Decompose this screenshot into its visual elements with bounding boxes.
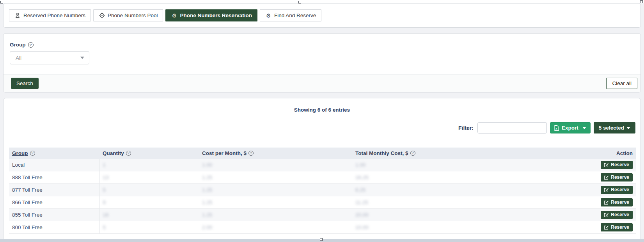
filter-label: Filter: <box>458 125 474 131</box>
edit-square-icon <box>604 162 609 167</box>
groups-table: Group? Quantity? Cost per Month, $? Tota… <box>9 148 636 234</box>
table-row: 855 Toll Free 16 1.25 20.00 Reserve <box>9 209 636 221</box>
crop-handle[interactable] <box>0 1 3 4</box>
caret-down-icon <box>626 127 630 129</box>
tab-phone-numbers-pool[interactable]: Phone Numbers Pool <box>93 9 163 21</box>
showing-entries-text: Showing 6 of 6 entries <box>4 107 640 113</box>
total-monthly-cost-cell: 1.00 <box>352 159 579 171</box>
search-filter-card: Group ? All Search Clear all <box>3 33 641 93</box>
table-header-row: Group? Quantity? Cost per Month, $? Tota… <box>9 148 636 159</box>
group-cell: 866 Toll Free <box>9 196 99 209</box>
filter-input[interactable] <box>477 122 547 133</box>
table-row: Local 1 1.00 1.00 Reserve <box>9 159 636 171</box>
total-monthly-cost-cell: 20.00 <box>352 209 579 221</box>
columns-selected-button[interactable]: 5 selected <box>594 122 635 133</box>
tab-label: Phone Numbers Reservation <box>180 12 252 18</box>
reserve-button[interactable]: Reserve <box>601 173 633 182</box>
caret-down-icon <box>582 127 586 129</box>
file-excel-icon: x <box>554 125 559 131</box>
quantity-cell: 9 <box>99 196 199 209</box>
group-cell: 877 Toll Free <box>9 184 99 196</box>
column-header-total-monthly-cost: Total Monthly Cost, $? <box>352 148 579 159</box>
table-row: 800 Toll Free 5 2.00 10.00 Reserve <box>9 221 636 234</box>
svg-text:x: x <box>555 127 557 130</box>
tab-label: Find And Reserve <box>274 12 316 18</box>
group-label: Group <box>10 42 26 48</box>
action-cell: Reserve <box>579 221 636 234</box>
edit-square-icon <box>604 212 609 217</box>
filter-footer: Search Clear all <box>4 74 640 92</box>
group-cell: 800 Toll Free <box>9 221 99 234</box>
crop-handle[interactable] <box>298 1 301 4</box>
total-monthly-cost-cell: 10.00 <box>352 221 579 234</box>
quantity-cell: 5 <box>99 184 199 196</box>
cost-per-month-cell: 1.25 <box>199 184 352 196</box>
search-button[interactable]: Search <box>11 78 39 89</box>
table-row: 888 Toll Free 13 1.25 16.25 Reserve <box>9 171 636 184</box>
tab-phone-numbers-reservation[interactable]: ⚙ Phone Numbers Reservation <box>165 9 257 21</box>
reserve-button[interactable]: Reserve <box>601 198 633 206</box>
crop-handle[interactable] <box>640 0 643 3</box>
group-field-label: Group ? <box>10 42 634 48</box>
action-cell: Reserve <box>579 159 636 171</box>
help-icon[interactable]: ? <box>410 151 415 156</box>
tab-label: Reserved Phone Numbers <box>23 12 85 18</box>
cost-per-month-cell: 1.25 <box>199 196 352 209</box>
table-body: Local 1 1.00 1.00 Reserve 888 Toll Free … <box>9 159 636 234</box>
quantity-cell: 1 <box>99 159 199 171</box>
clear-all-button[interactable]: Clear all <box>606 78 637 89</box>
total-monthly-cost-cell: 16.25 <box>352 171 579 184</box>
group-select-value: All <box>16 55 21 61</box>
cogs-icon: ⚙ <box>171 12 177 19</box>
cost-per-month-cell: 1.00 <box>199 159 352 171</box>
edit-square-icon <box>604 200 609 205</box>
table-controls: Filter: x Export 5 selected <box>4 122 635 133</box>
caret-down-icon <box>80 57 84 59</box>
export-label: Export <box>562 125 578 131</box>
reserve-button[interactable]: Reserve <box>601 161 633 169</box>
quantity-cell: 16 <box>99 209 199 221</box>
quantity-cell: 5 <box>99 221 199 234</box>
export-button[interactable]: x Export <box>550 122 591 133</box>
help-icon[interactable]: ? <box>28 42 34 48</box>
selected-label: 5 selected <box>599 125 624 131</box>
tabs-card: Reserved Phone Numbers Phone Numbers Poo… <box>3 3 641 28</box>
reserve-button[interactable]: Reserve <box>601 211 633 219</box>
reserve-button[interactable]: Reserve <box>601 186 633 194</box>
group-cell: 888 Toll Free <box>9 171 99 184</box>
column-header-quantity: Quantity? <box>99 148 199 159</box>
edit-square-icon <box>604 225 609 230</box>
group-cell: 855 Toll Free <box>9 209 99 221</box>
results-card: Showing 6 of 6 entries Filter: x Export … <box>3 98 641 242</box>
action-cell: Reserve <box>579 209 636 221</box>
column-header-action: Action <box>579 148 636 159</box>
help-icon[interactable]: ? <box>248 151 254 156</box>
cost-per-month-cell: 2.00 <box>199 221 352 234</box>
crop-handle[interactable] <box>320 238 323 241</box>
edit-square-icon <box>604 187 609 192</box>
target-icon <box>99 12 105 19</box>
cogs-icon: ⚙ <box>265 12 271 19</box>
tab-find-and-reserve[interactable]: ⚙ Find And Reserve <box>260 9 321 21</box>
reserve-button[interactable]: Reserve <box>601 223 633 231</box>
column-header-cost-per-month: Cost per Month, $? <box>199 148 352 159</box>
cost-per-month-cell: 1.25 <box>199 171 352 184</box>
total-monthly-cost-cell: 11.25 <box>352 196 579 209</box>
action-cell: Reserve <box>579 171 636 184</box>
action-cell: Reserve <box>579 184 636 196</box>
tab-reserved-phone-numbers[interactable]: Reserved Phone Numbers <box>9 9 91 21</box>
quantity-cell: 13 <box>99 171 199 184</box>
edit-square-icon <box>604 175 609 180</box>
action-cell: Reserve <box>579 196 636 209</box>
table-row: 866 Toll Free 9 1.25 11.25 Reserve <box>9 196 636 209</box>
tab-label: Phone Numbers Pool <box>108 12 158 18</box>
cost-per-month-cell: 1.25 <box>199 209 352 221</box>
group-cell: Local <box>9 159 99 171</box>
help-icon[interactable]: ? <box>126 151 131 156</box>
column-header-group[interactable]: Group? <box>9 148 99 159</box>
tab-bar: Reserved Phone Numbers Phone Numbers Poo… <box>9 9 635 21</box>
person-icon <box>14 12 21 19</box>
help-icon[interactable]: ? <box>30 151 35 156</box>
group-select[interactable]: All <box>10 51 89 64</box>
table-row: 877 Toll Free 5 1.25 6.25 Reserve <box>9 184 636 196</box>
